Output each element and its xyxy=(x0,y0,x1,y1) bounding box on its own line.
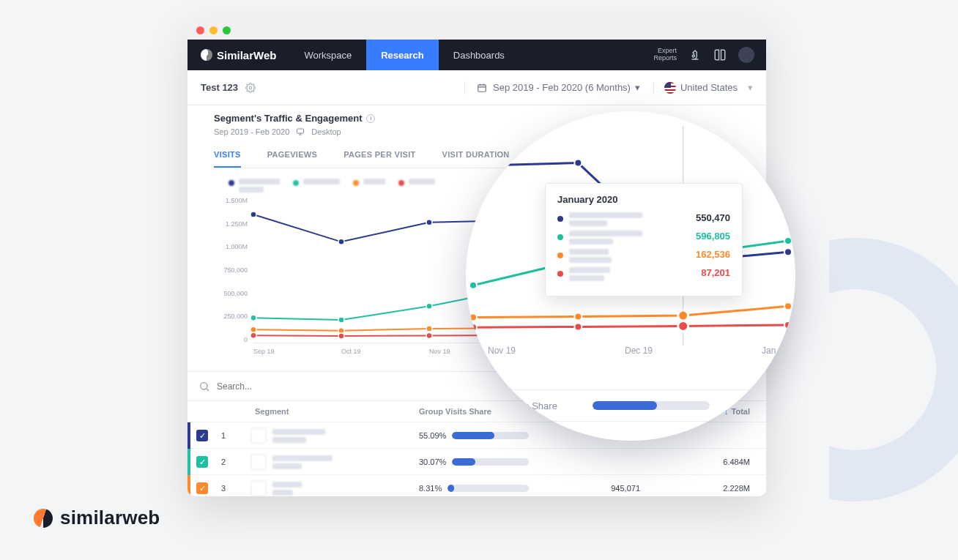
calendar-icon xyxy=(475,81,489,94)
magnifier-lens: Nov 19 Dec 19 Jan 20 January 2020 550,47… xyxy=(466,111,795,441)
table-row[interactable]: ✓ 2 30.07% 6.484M xyxy=(187,448,766,474)
top-nav: SimilarWeb Workspace Research Dashboards… xyxy=(187,40,766,70)
info-icon[interactable]: i xyxy=(366,114,375,123)
workspace-title: Test 123 xyxy=(201,82,238,93)
tab-visit-duration[interactable]: VISIT DURATION xyxy=(442,150,510,168)
section-subtitle: Sep 2019 - Feb 2020 xyxy=(214,127,289,136)
svg-point-43 xyxy=(574,323,582,330)
tooltip-value: 550,470 xyxy=(696,212,730,223)
chevron-down-icon: ▾ xyxy=(635,82,640,93)
legend-dot-icon xyxy=(398,180,404,186)
legend-dot-icon xyxy=(229,180,234,186)
svg-point-11 xyxy=(338,317,344,323)
svg-point-10 xyxy=(250,315,256,321)
svg-point-28 xyxy=(201,382,207,389)
search-input[interactable] xyxy=(217,381,363,392)
svg-point-33 xyxy=(784,248,792,255)
y-axis: 1.500M 1.250M 1.000M 750,000 500,000 250… xyxy=(214,197,248,343)
gear-icon[interactable] xyxy=(244,81,257,94)
expert-reports-link[interactable]: Expert Reports xyxy=(653,48,677,62)
svg-point-22 xyxy=(250,332,256,338)
country-picker[interactable]: United States ▾ xyxy=(653,82,753,94)
svg-rect-3 xyxy=(297,129,304,133)
tooltip-dot-icon xyxy=(557,271,563,277)
svg-point-24 xyxy=(426,333,432,339)
tooltip-dot-icon xyxy=(557,253,563,258)
brand-mark-icon xyxy=(34,509,53,528)
svg-point-16 xyxy=(250,326,256,332)
date-range-label: Sep 2019 - Feb 2020 (6 Months) xyxy=(493,82,631,93)
footer-brand: similarweb xyxy=(34,507,160,529)
nav-research[interactable]: Research xyxy=(366,40,439,70)
app-logo[interactable]: SimilarWeb xyxy=(187,40,289,70)
search-icon xyxy=(198,380,211,393)
nav-workspace[interactable]: Workspace xyxy=(289,40,366,70)
svg-point-12 xyxy=(426,303,432,309)
magnified-x-axis: Nov 19 Dec 19 Jan 20 xyxy=(488,346,788,356)
country-label: United States xyxy=(680,82,738,93)
checkbox-icon[interactable]: ✓ xyxy=(196,482,208,494)
segment-chip-icon xyxy=(250,428,267,444)
nav-dashboards[interactable]: Dashboards xyxy=(439,40,519,70)
svg-point-40 xyxy=(678,310,688,321)
chart-tooltip: January 2020 550,470 596,805 162,536 87,… xyxy=(545,183,743,296)
window-close-dot[interactable] xyxy=(196,26,204,34)
date-range-picker[interactable]: Sep 2019 - Feb 2020 (6 Months) ▾ xyxy=(464,81,640,94)
checkbox-icon[interactable]: ✓ xyxy=(196,456,208,468)
segment-chip-icon xyxy=(250,480,267,496)
microscope-icon[interactable] xyxy=(688,48,702,61)
tooltip-dot-icon xyxy=(557,216,563,222)
svg-point-45 xyxy=(784,321,792,329)
svg-point-44 xyxy=(678,321,688,331)
svg-point-37 xyxy=(784,237,792,244)
tooltip-value: 596,805 xyxy=(696,231,730,242)
tooltip-title: January 2020 xyxy=(557,194,730,205)
app-name: SimilarWeb xyxy=(217,49,276,61)
svg-point-6 xyxy=(426,220,432,225)
desktop-icon xyxy=(294,125,307,138)
svg-point-4 xyxy=(250,212,256,217)
nav-right: Expert Reports xyxy=(653,40,766,70)
legend-dot-icon xyxy=(293,180,299,186)
col-segment[interactable]: Segment xyxy=(250,407,419,416)
section-title: Segment's Traffic & Engagement xyxy=(214,113,362,124)
window-chrome xyxy=(187,20,766,40)
tab-pages-per-visit[interactable]: PAGES PER VISIT xyxy=(344,150,415,168)
us-flag-icon xyxy=(664,82,676,94)
brand-text: similarweb xyxy=(60,507,160,529)
tooltip-value: 162,536 xyxy=(696,249,730,260)
window-minimize-dot[interactable] xyxy=(209,26,218,34)
svg-point-31 xyxy=(574,160,582,167)
tooltip-value: 87,201 xyxy=(701,267,730,278)
svg-point-39 xyxy=(574,313,582,321)
tab-pageviews[interactable]: PAGEVIEWS xyxy=(267,150,318,168)
segment-chip-icon xyxy=(250,454,267,470)
svg-point-23 xyxy=(338,333,344,339)
book-icon[interactable] xyxy=(713,48,727,61)
logo-mark-icon xyxy=(201,49,212,61)
device-label: Desktop xyxy=(311,127,341,136)
svg-point-18 xyxy=(426,326,432,332)
tooltip-dot-icon xyxy=(557,234,563,240)
tab-visits[interactable]: VISITS xyxy=(214,150,241,168)
chevron-down-icon: ▾ xyxy=(748,82,753,93)
col-share[interactable]: Group Visits Share xyxy=(419,407,529,416)
svg-rect-2 xyxy=(478,84,486,91)
svg-point-5 xyxy=(338,239,344,244)
svg-point-34 xyxy=(469,282,477,289)
sub-bar: Test 123 Sep 2019 - Feb 2020 (6 Months) … xyxy=(187,70,766,105)
checkbox-icon[interactable]: ✓ xyxy=(196,430,208,441)
svg-point-1 xyxy=(249,86,252,89)
legend-dot-icon xyxy=(353,180,359,186)
svg-point-0 xyxy=(692,55,694,57)
window-zoom-dot[interactable] xyxy=(223,26,231,34)
svg-point-41 xyxy=(784,302,792,310)
user-avatar[interactable] xyxy=(738,47,754,63)
table-row[interactable]: ✓ 3 8.31% 945,071 2.228M xyxy=(187,474,766,496)
